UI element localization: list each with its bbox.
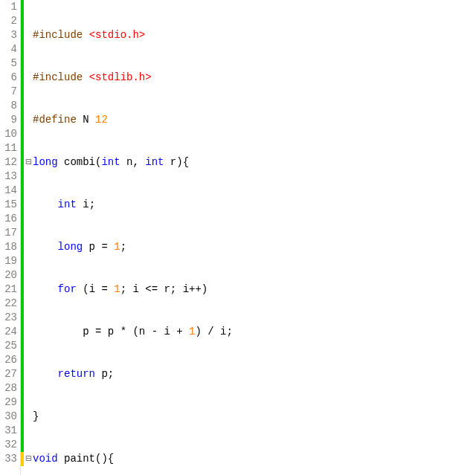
line-number: 31 — [0, 424, 17, 438]
code-line[interactable]: p = p * (n - i + 1) / i; — [25, 325, 476, 339]
code-line[interactable]: long p = 1; — [25, 240, 476, 254]
code-line[interactable]: #include <stdlib.h> — [25, 71, 476, 85]
line-number: 32 — [0, 438, 17, 452]
code-line[interactable]: return p; — [25, 367, 476, 381]
code-line[interactable]: ⊟long combi(int n, int r){ — [25, 155, 476, 169]
line-number: 1 — [0, 0, 17, 14]
line-number: 22 — [0, 297, 17, 311]
fold-minus-icon[interactable]: ⊟ — [25, 155, 33, 169]
line-number: 33 — [0, 452, 17, 466]
code-line[interactable]: } — [25, 410, 476, 424]
line-number: 2 — [0, 14, 17, 28]
line-number: 25 — [0, 339, 17, 353]
line-number: 13 — [0, 169, 17, 184]
line-number: 10 — [0, 127, 17, 141]
code-editor[interactable]: 1 2 3 4 5 6 7 8 9 10 11 12 13 14 15 16 1… — [0, 0, 476, 475]
line-number: 16 — [0, 212, 17, 226]
line-number: 27 — [0, 367, 17, 381]
line-number: 30 — [0, 410, 17, 424]
line-number: 4 — [0, 42, 17, 56]
line-number: 18 — [0, 240, 17, 254]
code-line[interactable]: #define N 12 — [25, 113, 476, 127]
line-number: 15 — [0, 198, 17, 212]
line-number: 28 — [0, 381, 17, 395]
line-number: 6 — [0, 71, 17, 85]
line-number: 29 — [0, 395, 17, 410]
line-number: 21 — [0, 282, 17, 297]
line-number: 9 — [0, 113, 17, 127]
line-number: 20 — [0, 268, 17, 282]
line-number: 26 — [0, 353, 17, 367]
line-number: 7 — [0, 85, 17, 99]
code-area[interactable]: #include <stdio.h> #include <stdlib.h> #… — [24, 0, 476, 475]
line-number: 14 — [0, 184, 17, 198]
fold-minus-icon[interactable]: ⊟ — [25, 452, 33, 466]
line-number: 11 — [0, 141, 17, 155]
line-number: 23 — [0, 311, 17, 325]
line-number: 8 — [0, 99, 17, 113]
code-line[interactable]: #include <stdio.h> — [25, 28, 476, 42]
code-line[interactable]: ⊟void paint(){ — [25, 452, 476, 466]
line-number-gutter: 1 2 3 4 5 6 7 8 9 10 11 12 13 14 15 16 1… — [0, 0, 21, 475]
line-number: 5 — [0, 56, 17, 71]
line-number: 24 — [0, 325, 17, 339]
line-number: 3 — [0, 28, 17, 42]
line-number: 17 — [0, 226, 17, 240]
line-number: 12 — [0, 155, 17, 169]
code-line[interactable]: for (i = 1; i <= r; i++) — [25, 282, 476, 297]
line-number: 19 — [0, 254, 17, 268]
code-line[interactable]: int i; — [25, 198, 476, 212]
